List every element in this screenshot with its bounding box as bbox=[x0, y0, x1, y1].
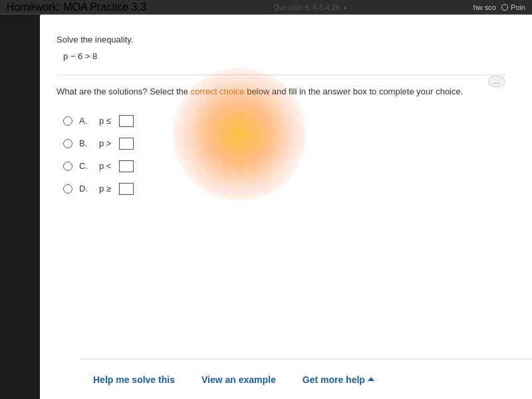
choice-label-d: D. bbox=[79, 184, 92, 194]
answer-box-c[interactable] bbox=[119, 160, 134, 172]
chevron-up-icon bbox=[368, 377, 374, 381]
choice-label-c: C. bbox=[79, 161, 92, 171]
equation-display: p − 6 > 8 bbox=[63, 51, 505, 61]
view-example-link[interactable]: View an example bbox=[201, 374, 276, 385]
choice-expr-a: p ≤ bbox=[99, 116, 111, 126]
choice-row-b[interactable]: B. p > bbox=[63, 138, 505, 150]
circle-icon bbox=[501, 4, 508, 11]
get-more-help-label: Get more help bbox=[303, 374, 365, 385]
choice-expr-b: p > bbox=[99, 138, 111, 148]
score-area: hw sco Poin bbox=[473, 3, 525, 11]
answer-box-d[interactable] bbox=[119, 183, 134, 195]
choice-row-a[interactable]: A. p ≤ bbox=[63, 115, 505, 127]
choice-row-c[interactable]: C. p < bbox=[63, 160, 505, 172]
answer-choices: A. p ≤ B. p > C. p < D. p ≥ bbox=[63, 115, 505, 195]
radio-d[interactable] bbox=[63, 184, 72, 194]
main-content: Solve the inequality. p − 6 > 8 ... What… bbox=[40, 15, 532, 399]
help-me-solve-link[interactable]: Help me solve this bbox=[93, 374, 175, 385]
radio-c[interactable] bbox=[63, 162, 72, 171]
choice-row-d[interactable]: D. p ≥ bbox=[63, 183, 505, 195]
get-more-help-link[interactable]: Get more help bbox=[303, 374, 374, 385]
homework-label: Homework: MOA Practice 3.3 bbox=[7, 1, 146, 13]
divider bbox=[57, 74, 505, 75]
content-area: Solve the inequality. p − 6 > 8 ... What… bbox=[40, 15, 532, 208]
answer-box-b[interactable] bbox=[119, 138, 134, 150]
radio-a[interactable] bbox=[63, 116, 72, 126]
question-text: What are the solutions? Select the corre… bbox=[57, 85, 505, 98]
question-label: Question 6, 6-6.4.28 › bbox=[273, 3, 346, 11]
choice-expr-d: p ≥ bbox=[99, 184, 111, 194]
correct-choice-highlight: correct choice bbox=[191, 86, 245, 96]
question-suffix: below and fill in the answer box to comp… bbox=[245, 86, 464, 96]
question-prefix: What are the solutions? Select the bbox=[57, 86, 191, 96]
answer-box-a[interactable] bbox=[119, 115, 134, 127]
expand-button[interactable]: ... bbox=[488, 76, 505, 87]
problem-instruction: Solve the inequality. bbox=[57, 35, 505, 45]
chevron-right-icon: › bbox=[344, 3, 346, 11]
choice-label-b: B. bbox=[79, 138, 92, 148]
bottom-bar: Help me solve this View an example Get m… bbox=[80, 359, 532, 399]
top-bar: Homework: MOA Practice 3.3 Question 6, 6… bbox=[0, 0, 532, 15]
choice-expr-c: p < bbox=[99, 161, 111, 171]
choice-label-a: A. bbox=[79, 116, 92, 126]
radio-b[interactable] bbox=[63, 139, 72, 148]
left-strip bbox=[0, 15, 40, 399]
